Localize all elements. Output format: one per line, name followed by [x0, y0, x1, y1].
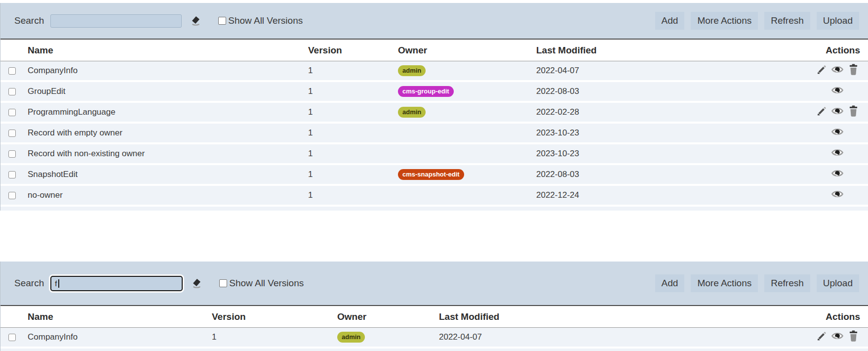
- column-header-name[interactable]: Name: [20, 39, 308, 61]
- table-row[interactable]: Record with non-existing owner 1 2023-10…: [0, 143, 868, 164]
- records-panel-1: Search Show All Versions Add More Action…: [0, 3, 868, 211]
- view-action-button[interactable]: [829, 189, 845, 201]
- record-owner: [395, 143, 536, 164]
- table-row[interactable]: Record with empty owner 1 2023-10-23: [0, 123, 868, 143]
- row-checkbox[interactable]: [8, 109, 16, 116]
- refresh-button[interactable]: Refresh: [764, 12, 810, 30]
- table-row[interactable]: no-owner 1 2022-12-24: [0, 185, 868, 206]
- clear-search-button[interactable]: [190, 277, 203, 290]
- upload-button[interactable]: Upload: [817, 274, 859, 293]
- upload-button[interactable]: Upload: [817, 12, 859, 30]
- text-cursor: [58, 279, 59, 288]
- record-version: 1: [308, 81, 395, 102]
- delete-action-button: [845, 86, 861, 97]
- record-last-modified: 2022-02-28: [536, 102, 810, 123]
- record-name: CompanyInfo: [20, 61, 308, 82]
- owner-badge: cms-group-edit: [398, 86, 454, 97]
- record-version: 1: [308, 143, 395, 164]
- show-all-versions-checkbox[interactable]: [219, 279, 227, 287]
- delete-action-button: [845, 127, 861, 139]
- table-row[interactable]: CompanyInfo 1 admin 2022-04-07: [0, 328, 868, 348]
- records-table: Name Version Owner Last Modified Actions…: [0, 39, 868, 207]
- delete-action-button: [845, 148, 861, 160]
- pencil-icon: [816, 64, 827, 78]
- edit-action-button: [814, 127, 829, 139]
- row-checkbox[interactable]: [8, 150, 16, 158]
- column-header-version[interactable]: Version: [308, 39, 395, 61]
- record-last-modified: 2022-04-07: [439, 328, 715, 348]
- column-header-owner[interactable]: Owner: [334, 306, 439, 328]
- show-all-versions-label[interactable]: Show All Versions: [228, 15, 303, 26]
- view-action-button[interactable]: [829, 169, 845, 180]
- delete-action-button[interactable]: [845, 65, 861, 77]
- refresh-button[interactable]: Refresh: [764, 274, 810, 293]
- column-header-owner[interactable]: Owner: [395, 39, 536, 61]
- edit-action-button: [814, 189, 829, 201]
- table-row[interactable]: ProgrammingLanguage 1 admin 2022-02-28: [0, 102, 868, 123]
- delete-action-button[interactable]: [845, 331, 861, 343]
- show-all-versions-label[interactable]: Show All Versions: [229, 278, 304, 289]
- view-action-button[interactable]: [829, 127, 845, 139]
- show-all-versions-checkbox[interactable]: [218, 17, 226, 25]
- record-last-modified: 2022-08-03: [536, 81, 810, 102]
- record-actions: [810, 164, 868, 185]
- delete-action-button[interactable]: [845, 106, 861, 118]
- record-version: 1: [308, 123, 395, 143]
- more-actions-button[interactable]: More Actions: [691, 12, 758, 30]
- eye-icon: [831, 127, 844, 139]
- eye-icon: [831, 65, 844, 77]
- view-action-button[interactable]: [829, 86, 845, 97]
- edit-action-button[interactable]: [814, 65, 829, 77]
- row-checkbox[interactable]: [8, 67, 16, 75]
- row-select-cell: [0, 185, 20, 206]
- column-header-name[interactable]: Name: [20, 306, 212, 328]
- eye-icon: [831, 189, 844, 201]
- table-row[interactable]: SnapshotEdit 1 cms-snapshot-edit 2022-08…: [0, 164, 868, 185]
- column-header-actions: Actions: [810, 39, 868, 61]
- record-name: Record with empty owner: [20, 123, 308, 143]
- edit-action-button[interactable]: [814, 331, 829, 343]
- record-owner: cms-snapshot-edit: [395, 164, 536, 185]
- column-header-last-modified[interactable]: Last Modified: [439, 306, 715, 328]
- table-header-row: Name Version Owner Last Modified Actions: [0, 306, 868, 328]
- view-action-button[interactable]: [829, 148, 845, 160]
- column-header-last-modified[interactable]: Last Modified: [536, 39, 810, 61]
- record-version: 1: [308, 102, 395, 123]
- more-actions-button[interactable]: More Actions: [691, 274, 758, 293]
- record-actions: [810, 185, 868, 206]
- row-checkbox[interactable]: [8, 334, 16, 341]
- record-actions: [715, 328, 868, 348]
- row-checkbox[interactable]: [8, 130, 16, 137]
- owner-badge: admin: [337, 332, 365, 343]
- partial-next-row: [0, 349, 868, 351]
- search-label: Search: [14, 278, 44, 289]
- clear-search-button[interactable]: [189, 14, 202, 27]
- pencil-icon: [816, 331, 827, 344]
- view-action-button[interactable]: [829, 331, 845, 343]
- row-select-cell: [0, 123, 20, 143]
- column-header-version[interactable]: Version: [212, 306, 334, 328]
- search-input[interactable]: [50, 14, 182, 28]
- row-select-cell: [0, 164, 20, 185]
- add-button[interactable]: Add: [655, 12, 685, 30]
- table-row[interactable]: GroupEdit 1 cms-group-edit 2022-08-03: [0, 81, 868, 102]
- view-action-button[interactable]: [829, 106, 845, 118]
- search-input[interactable]: [50, 276, 183, 291]
- add-button[interactable]: Add: [655, 274, 685, 293]
- row-checkbox[interactable]: [8, 171, 16, 178]
- search-label: Search: [14, 15, 44, 26]
- edit-action-button: [814, 86, 829, 97]
- row-checkbox[interactable]: [8, 88, 16, 95]
- eye-icon: [831, 86, 844, 97]
- eye-icon: [831, 148, 844, 160]
- record-owner: admin: [395, 61, 536, 82]
- edit-action-button[interactable]: [814, 106, 829, 118]
- view-action-button[interactable]: [829, 65, 845, 77]
- row-select-cell: [0, 328, 20, 348]
- edit-action-button: [814, 169, 829, 180]
- delete-action-button: [845, 169, 861, 180]
- table-row[interactable]: CompanyInfo 1 admin 2022-04-07: [0, 61, 868, 82]
- row-checkbox[interactable]: [8, 192, 16, 199]
- trash-icon: [849, 64, 858, 78]
- show-all-versions-group: Show All Versions: [218, 15, 303, 26]
